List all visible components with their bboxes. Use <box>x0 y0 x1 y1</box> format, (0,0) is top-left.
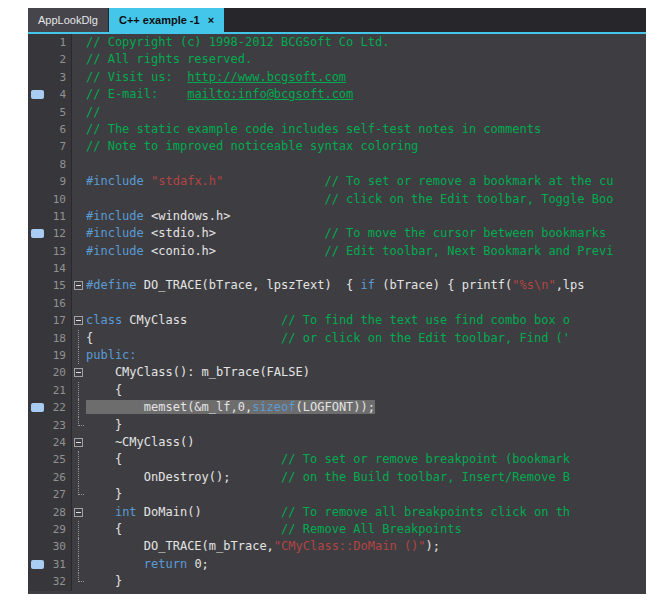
bookmark-icon <box>31 403 44 412</box>
fold-margin <box>72 104 86 121</box>
line-number: 17 <box>48 312 72 329</box>
line-number: 31 <box>48 556 72 573</box>
code-segment: ~CMyClass() <box>86 435 194 449</box>
code-line[interactable]: 16 <box>28 295 646 312</box>
tab-label: AppLookDlg <box>38 14 98 26</box>
code-segment: class <box>86 313 122 327</box>
code-line[interactable]: 2// All rights reserved. <box>28 51 646 68</box>
code-editor-window: AppLookDlg C++ example -1 × 1// Copyrigh… <box>28 8 646 594</box>
code-segment <box>86 192 324 206</box>
code-text: // <box>86 104 646 121</box>
code-segment: <conio.h> <box>151 244 324 258</box>
code-line[interactable]: 24 ~CMyClass() <box>28 434 646 451</box>
code-segment: if <box>361 278 375 292</box>
code-line[interactable]: 14 <box>28 260 646 277</box>
fold-collapse-icon[interactable] <box>74 438 83 447</box>
code-line[interactable]: 25 { // To set or remove breakpoint (boo… <box>28 451 646 468</box>
code-segment: // To remove all breakpoints click on th <box>281 505 570 519</box>
code-text: // E-mail: mailto:info@bcgsoft.com <box>86 86 646 103</box>
code-segment: #define <box>86 278 137 292</box>
code-line[interactable]: 20 CMyClass(): m_bTrace(FALSE) <box>28 364 646 381</box>
fold-collapse-icon[interactable] <box>74 281 83 290</box>
code-line[interactable]: 4// E-mail: mailto:info@bcgsoft.com <box>28 86 646 103</box>
code-text: #define DO_TRACE(bTrace, lpszText) { if … <box>86 277 646 294</box>
code-text: CMyClass(): m_bTrace(FALSE) <box>86 364 646 381</box>
fold-margin <box>72 364 86 381</box>
comment-link[interactable]: mailto:info@bcgsoft.com <box>187 87 353 101</box>
line-number: 8 <box>48 156 72 173</box>
code-text: } <box>86 417 646 434</box>
comment-link[interactable]: http://www.bcgsoft.com <box>187 70 346 84</box>
code-line[interactable]: 30 DO_TRACE(m_bTrace,"CMyClass::DoMain (… <box>28 538 646 555</box>
fold-margin <box>72 243 86 260</box>
code-segment: // E-mail: <box>86 87 187 101</box>
code-text: int DoMain() // To remove all breakpoint… <box>86 504 646 521</box>
code-line[interactable]: 31 return 0; <box>28 556 646 573</box>
code-text <box>86 156 646 173</box>
bookmark-margin <box>28 191 48 208</box>
bookmark-margin <box>28 277 48 294</box>
tab-bar-filler <box>225 8 646 32</box>
code-line[interactable]: 1// Copyright (c) 1998-2012 BCGSoft Co L… <box>28 34 646 51</box>
code-line[interactable]: 7// Note to improved noticeable syntax c… <box>28 138 646 155</box>
code-line[interactable]: 11#include <windows.h> <box>28 208 646 225</box>
code-text: #include <stdio.h> // To move the cursor… <box>86 225 646 242</box>
line-number: 1 <box>48 34 72 51</box>
code-line[interactable]: 22 memset(&m_lf,0,sizeof(LOGFONT)); <box>28 399 646 416</box>
code-segment: CMyClass <box>122 313 281 327</box>
fold-collapse-icon[interactable] <box>74 508 83 517</box>
code-line[interactable]: 9#include "stdafx.h" // To set or remove… <box>28 173 646 190</box>
line-number: 29 <box>48 521 72 538</box>
code-line[interactable]: 5// <box>28 104 646 121</box>
code-line[interactable]: 21 { <box>28 382 646 399</box>
fold-margin <box>72 277 86 294</box>
code-line[interactable]: 12#include <stdio.h> // To move the curs… <box>28 225 646 242</box>
fold-guide-line <box>78 347 79 364</box>
code-line[interactable]: 28 int DoMain() // To remove all breakpo… <box>28 504 646 521</box>
code-line[interactable]: 10 // click on the Edit toolbar, Toggle … <box>28 191 646 208</box>
line-number: 21 <box>48 382 72 399</box>
fold-margin <box>72 34 86 51</box>
code-line[interactable]: 15#define DO_TRACE(bTrace, lpszText) { i… <box>28 277 646 294</box>
bookmark-margin <box>28 399 48 416</box>
code-line[interactable]: 13#include <conio.h> // Edit toolbar, Ne… <box>28 243 646 260</box>
code-line[interactable]: 23 } <box>28 417 646 434</box>
close-icon[interactable]: × <box>208 14 214 26</box>
code-line[interactable]: 19public: <box>28 347 646 364</box>
code-text: { <box>86 382 646 399</box>
code-segment: (bTrace) { printf( <box>375 278 512 292</box>
code-line[interactable]: 32 } <box>28 573 646 590</box>
line-number: 24 <box>48 434 72 451</box>
tab-applookdlg[interactable]: AppLookDlg <box>28 8 108 32</box>
fold-collapse-icon[interactable] <box>74 316 83 325</box>
bookmark-margin <box>28 173 48 190</box>
fold-margin <box>72 260 86 277</box>
code-text: memset(&m_lf,0,sizeof(LOGFONT)); <box>86 399 646 416</box>
bookmark-margin <box>28 138 48 155</box>
code-line[interactable]: 29 { // Remove All Breakpoints <box>28 521 646 538</box>
code-text: #include <windows.h> <box>86 208 646 225</box>
line-number: 16 <box>48 295 72 312</box>
code-line[interactable]: 17class CMyClass // To find the text use… <box>28 312 646 329</box>
bookmark-margin <box>28 538 48 555</box>
code-segment <box>223 174 324 188</box>
code-editor[interactable]: 1// Copyright (c) 1998-2012 BCGSoft Co L… <box>28 34 646 592</box>
code-line[interactable]: 3// Visit us: http://www.bcgsoft.com <box>28 69 646 86</box>
line-number: 20 <box>48 364 72 381</box>
line-number: 23 <box>48 417 72 434</box>
fold-margin <box>72 434 86 451</box>
tab-cpp-example[interactable]: C++ example -1 × <box>109 8 224 32</box>
code-line[interactable]: 27 } <box>28 486 646 503</box>
code-line[interactable]: 6// The static example code includes sel… <box>28 121 646 138</box>
code-segment: return <box>144 557 187 571</box>
code-segment: // on the Build toolbar, Insert/Remove B <box>281 470 570 484</box>
code-segment: // Edit toolbar, Next Bookmark and Previ <box>324 244 613 258</box>
code-segment: <stdio.h> <box>151 226 324 240</box>
code-line[interactable]: 18{ // or click on the Edit toolbar, Fin… <box>28 330 646 347</box>
code-segment: // All rights reserved. <box>86 52 252 66</box>
code-segment: "stdafx.h" <box>151 174 223 188</box>
fold-margin <box>72 330 86 347</box>
code-line[interactable]: 8 <box>28 156 646 173</box>
code-line[interactable]: 26 OnDestroy(); // on the Build toolbar,… <box>28 469 646 486</box>
fold-collapse-icon[interactable] <box>74 368 83 377</box>
